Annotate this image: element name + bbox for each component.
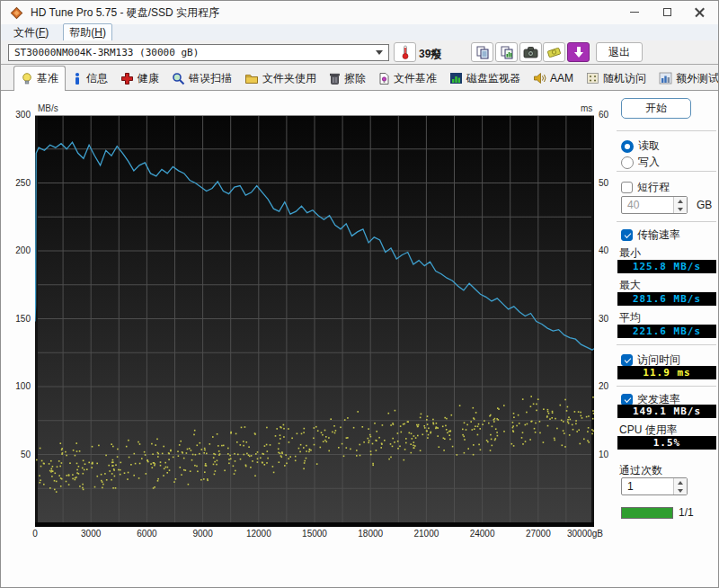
spinner-down-icon[interactable] [674, 486, 687, 494]
transfer-rate-label: 传输速率 [637, 227, 680, 243]
tab-aam[interactable]: AAM [527, 66, 580, 91]
short-stroke-checkbox[interactable] [621, 182, 633, 193]
x-tick-21000: 21000 [413, 529, 439, 539]
pass-count-value: 1 [622, 478, 673, 494]
tab-error-scan[interactable]: 错误扫描 [165, 66, 238, 91]
tab-health[interactable]: 健康 [114, 66, 165, 91]
progress-bar [621, 507, 673, 519]
short-stroke-size-value: 40 [622, 197, 673, 213]
x-tick-6000: 6000 [137, 529, 156, 539]
max-value-display: 281.6 MB/s [617, 292, 716, 306]
pass-count-label: 通过次数 [619, 463, 662, 478]
tab-folder-usage-label: 文件夹使用 [262, 71, 316, 86]
maximize-button[interactable] [652, 1, 682, 22]
spinner-down-icon[interactable] [674, 205, 687, 213]
spinner-arrows [673, 478, 687, 494]
transfer-rate-checkbox[interactable] [621, 229, 633, 241]
drive-select-value: ST30000NM004K-3RM133 (30000 gB) [14, 47, 199, 58]
drive-select[interactable]: ST30000NM004K-3RM133 (30000 gB) [8, 44, 389, 61]
extra-tests-icon [659, 72, 672, 85]
divider [617, 344, 716, 345]
minimize-icon [630, 12, 639, 13]
tab-folder-usage[interactable]: 文件夹使用 [238, 66, 323, 91]
menu-help-label: 帮助( [69, 26, 94, 39]
tab-file-benchmark[interactable]: 文件基准 [372, 66, 443, 91]
random-access-icon [586, 72, 599, 85]
maximize-icon [663, 8, 671, 16]
y-right-tick-20: 20 [599, 381, 608, 391]
tab-error-scan-label: 错误扫描 [189, 71, 232, 86]
spinner-up-icon[interactable] [674, 197, 687, 205]
spinner-up-icon[interactable] [674, 478, 687, 486]
benchmark-chart-canvas [35, 115, 594, 527]
max-label: 最大 [619, 278, 641, 293]
y-left-tick-100: 100 [1, 381, 31, 391]
transfer-rate-row[interactable]: 传输速率 [621, 227, 680, 243]
toolbar: ST30000NM004K-3RM133 (30000 gB) 39癈 [1, 40, 718, 65]
avg-label: 平均 [619, 310, 641, 325]
menu-file[interactable]: 文件(F) [8, 24, 54, 41]
tab-bar: 基准 信息 健康 错误扫描 文件夹 [1, 66, 718, 91]
x-tick-12000: 12000 [246, 529, 271, 539]
menu-bar: 文件(F) 帮助(H) [1, 24, 718, 40]
trash-icon [329, 72, 341, 85]
purchase-button[interactable] [543, 42, 565, 62]
tab-aam-label: AAM [550, 72, 573, 85]
y-left-tick-150: 150 [1, 314, 31, 324]
copy-image-button[interactable] [495, 42, 518, 62]
temperature-button[interactable] [394, 42, 416, 62]
download-arrow-icon [573, 46, 585, 58]
close-icon [695, 7, 705, 17]
speaker-icon [533, 72, 546, 85]
y-left-tick-300: 300 [1, 110, 31, 120]
menu-help[interactable]: 帮助(H) [63, 23, 112, 42]
camera-icon [523, 46, 538, 58]
download-button[interactable] [567, 42, 590, 62]
x-tick-27000: 27000 [526, 529, 551, 539]
y-right-tick-50: 50 [599, 178, 608, 188]
tab-benchmark[interactable]: 基准 [13, 66, 66, 91]
tab-file-benchmark-label: 文件基准 [394, 71, 437, 86]
exit-button-label: 退出 [608, 45, 630, 60]
tab-erase-label: 擦除 [344, 71, 366, 86]
y-right-tick-40: 40 [599, 245, 608, 255]
chevron-down-icon [376, 50, 383, 55]
screenshot-button[interactable] [519, 42, 542, 62]
y-left-tick-250: 250 [1, 178, 31, 188]
start-button[interactable]: 开始 [621, 98, 691, 119]
read-radio[interactable] [621, 140, 634, 153]
y-left-axis-unit: MB/s [38, 103, 58, 113]
divider [617, 171, 716, 172]
tab-extra-tests-label: 额外测试 [676, 71, 719, 86]
short-stroke-size-spinner[interactable]: 40 [621, 196, 688, 214]
tab-disk-monitor[interactable]: 磁盘监视器 [443, 66, 527, 91]
y-right-tick-10: 10 [599, 450, 608, 459]
exit-button[interactable]: 退出 [596, 42, 643, 62]
write-radio-row[interactable]: 写入 [621, 155, 660, 170]
benchmark-panel: MB/s ms 开始 读取 写入 短行程 40 [1, 91, 718, 587]
short-stroke-label: 短行程 [637, 180, 670, 195]
tab-info[interactable]: 信息 [66, 66, 114, 91]
tab-extra-tests[interactable]: 额外测试 [652, 66, 719, 91]
tab-random-access[interactable]: 随机访问 [580, 66, 652, 91]
gb-unit-label: GB [697, 199, 712, 211]
short-stroke-row[interactable]: 短行程 [621, 180, 670, 195]
close-button[interactable] [684, 1, 715, 22]
x-tick-9000: 9000 [192, 529, 212, 539]
write-radio[interactable] [621, 156, 634, 169]
tab-health-label: 健康 [138, 71, 159, 86]
minimize-button[interactable] [619, 1, 650, 22]
x-tick-30000gB: 30000gB [567, 529, 603, 539]
app-window: HD Tune Pro 5.75 - 硬盘/SSD 实用程序 文件(F) 帮助(… [0, 0, 719, 588]
min-value-display: 125.8 MB/s [617, 260, 716, 273]
copy-text-button[interactable] [471, 42, 493, 62]
read-radio-row[interactable]: 读取 [621, 138, 660, 154]
start-button-label: 开始 [645, 101, 667, 116]
pass-count-spinner[interactable]: 1 [621, 477, 688, 495]
magnifier-icon [172, 72, 185, 85]
cpu-usage-display: 1.5% [617, 436, 716, 450]
access-time-checkbox[interactable] [621, 354, 633, 366]
controls-panel: 开始 读取 写入 短行程 40 GB [614, 91, 719, 588]
tab-info-label: 信息 [86, 71, 108, 86]
tab-erase[interactable]: 擦除 [323, 66, 372, 91]
